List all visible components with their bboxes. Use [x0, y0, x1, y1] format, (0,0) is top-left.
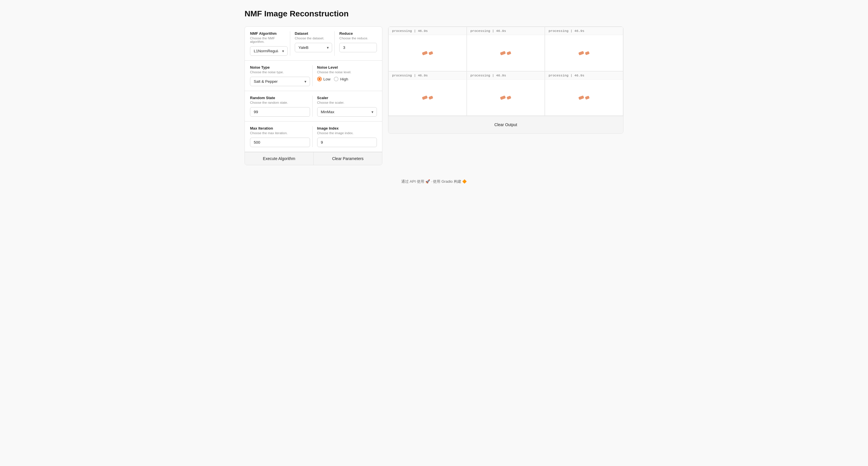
- field-reduce: Reduce Choose the reduce.: [334, 31, 377, 56]
- footer-build-text: 使用 Gradio 构建: [433, 179, 461, 183]
- algorithm-select[interactable]: L1NormRegularized NMF SNMF GNMF: [250, 46, 288, 56]
- left-panel: NMF Algorithm Choose the NMF algorithm. …: [245, 26, 382, 165]
- noise-type-select[interactable]: Salt & Pepper Gaussian None: [250, 77, 310, 86]
- cell-4-status: processing | 46.9s: [389, 71, 466, 80]
- footer-diamond-icon: 🔶: [462, 179, 467, 183]
- noise-type-hint: Choose the noise type.: [250, 70, 310, 74]
- max-iteration-label: Max Iteration: [250, 126, 310, 130]
- dataset-label: Dataset: [295, 31, 332, 36]
- noise-type-dropdown-wrap: Salt & Pepper Gaussian None ▼: [250, 77, 310, 86]
- cell-1-body: [389, 35, 466, 71]
- loading-spinner-2: [500, 52, 511, 55]
- scaler-dropdown-wrap: MinMax Standard None ▼: [317, 107, 377, 117]
- field-max-iteration: Max Iteration Choose the max iteration.: [250, 126, 312, 147]
- noise-level-hint: Choose the noise level.: [317, 70, 377, 74]
- execute-algorithm-button[interactable]: Execute Algorithm: [245, 152, 314, 165]
- noise-level-low-option[interactable]: Low: [317, 77, 331, 81]
- footer: 通过 API 使用 🚀 · 使用 Gradio 构建 🔶: [245, 179, 623, 184]
- image-index-label: Image Index: [317, 126, 377, 130]
- noise-type-label: Noise Type: [250, 65, 310, 69]
- random-state-label: Random State: [250, 96, 310, 100]
- clear-parameters-button[interactable]: Clear Parameters: [314, 152, 382, 165]
- footer-api-text: 通过 API 使用: [401, 179, 424, 183]
- cell-6-body: [545, 80, 623, 116]
- section-row1: NMF Algorithm Choose the NMF algorithm. …: [245, 27, 382, 61]
- algorithm-dropdown-wrap: L1NormRegularized NMF SNMF GNMF ▼: [250, 46, 288, 56]
- field-noise-type: Noise Type Choose the noise type. Salt &…: [250, 65, 312, 86]
- noise-level-high-option[interactable]: High: [334, 77, 348, 81]
- cell-4-body: [389, 80, 466, 116]
- random-state-input[interactable]: [250, 107, 310, 117]
- loading-spinner-6: [579, 96, 589, 99]
- loading-spinner-1: [422, 52, 433, 55]
- loading-spinner-3: [579, 52, 589, 55]
- reduce-label: Reduce: [339, 31, 377, 36]
- noise-level-low-radio[interactable]: [317, 77, 322, 81]
- reduce-hint: Choose the reduce.: [339, 36, 377, 40]
- reduce-input[interactable]: [339, 43, 377, 52]
- image-cell-2: processing | 46.9s: [467, 27, 545, 71]
- scaler-select[interactable]: MinMax Standard None: [317, 107, 377, 117]
- section-row3: Random State Choose the random state. Sc…: [245, 91, 382, 121]
- image-cell-1: processing | 46.9s: [389, 27, 467, 71]
- max-iteration-hint: Choose the max iteration.: [250, 131, 310, 135]
- footer-rocket-icon: 🚀: [425, 179, 431, 183]
- cell-2-body: [467, 35, 545, 71]
- max-iteration-input[interactable]: [250, 138, 310, 147]
- image-cell-4: processing | 46.9s: [389, 71, 467, 116]
- image-index-input[interactable]: [317, 138, 377, 147]
- cell-5-body: [467, 80, 545, 116]
- clear-output-button[interactable]: Clear Output: [490, 121, 522, 128]
- noise-level-radio-group: Low High: [317, 77, 377, 81]
- algorithm-label: NMF Algorithm: [250, 31, 288, 36]
- section-row4: Max Iteration Choose the max iteration. …: [245, 121, 382, 152]
- field-random-state: Random State Choose the random state.: [250, 96, 312, 117]
- dataset-select[interactable]: YaleB ORL COIL20: [295, 43, 332, 52]
- scaler-hint: Choose the scaler.: [317, 101, 377, 104]
- buttons-row: Execute Algorithm Clear Parameters: [245, 152, 382, 165]
- cell-2-status: processing | 46.9s: [467, 27, 545, 35]
- field-image-index: Image Index Choose the image index.: [312, 126, 377, 147]
- cell-1-status: processing | 46.9s: [389, 27, 466, 35]
- image-cell-5: processing | 46.9s: [467, 71, 545, 116]
- section-row2: Noise Type Choose the noise type. Salt &…: [245, 61, 382, 91]
- loading-spinner-5: [500, 96, 511, 99]
- cell-6-status: processing | 46.9s: [545, 71, 623, 80]
- dataset-hint: Choose the dataset.: [295, 36, 332, 40]
- noise-level-label: Noise Level: [317, 65, 377, 69]
- cell-3-body: [545, 35, 623, 71]
- image-cell-3: processing | 46.9s: [545, 27, 623, 71]
- loading-spinner-4: [422, 96, 433, 99]
- dataset-dropdown-wrap: YaleB ORL COIL20 ▼: [295, 43, 332, 52]
- noise-level-high-label: High: [340, 77, 348, 81]
- random-state-hint: Choose the random state.: [250, 101, 310, 104]
- field-dataset: Dataset Choose the dataset. YaleB ORL CO…: [290, 31, 335, 56]
- right-panel: processing | 46.9s processing | 46.9s: [388, 26, 623, 134]
- noise-level-low-label: Low: [323, 77, 331, 81]
- field-algorithm: NMF Algorithm Choose the NMF algorithm. …: [250, 31, 290, 56]
- image-index-hint: Choose the image index.: [317, 131, 377, 135]
- image-cell-6: processing | 46.9s: [545, 71, 623, 116]
- page-title: NMF Image Reconstruction: [245, 9, 623, 19]
- cell-5-status: processing | 46.9s: [467, 71, 545, 80]
- field-scaler: Scaler Choose the scaler. MinMax Standar…: [312, 96, 377, 117]
- image-grid: processing | 46.9s processing | 46.9s: [389, 27, 623, 116]
- scaler-label: Scaler: [317, 96, 377, 100]
- algorithm-hint: Choose the NMF algorithm.: [250, 36, 288, 43]
- cell-3-status: processing | 46.9s: [545, 27, 623, 35]
- noise-level-high-radio[interactable]: [334, 77, 338, 81]
- clear-output-area: Clear Output: [389, 116, 623, 133]
- field-noise-level: Noise Level Choose the noise level. Low …: [312, 65, 377, 86]
